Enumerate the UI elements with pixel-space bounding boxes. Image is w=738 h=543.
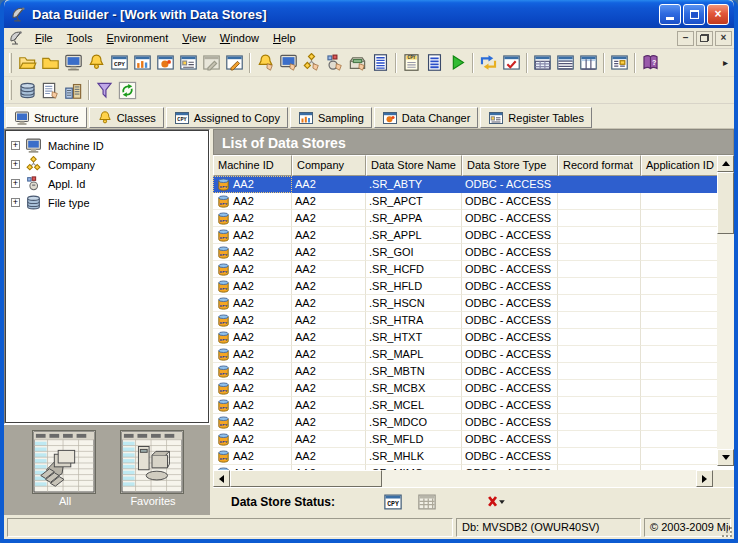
tab-register-tables[interactable]: Register Tables (480, 107, 592, 128)
mdi-restore-button[interactable] (696, 31, 713, 46)
tree-item-file-type[interactable]: +File type (9, 193, 207, 212)
menu-window[interactable]: Window (213, 29, 266, 47)
db-icon[interactable] (16, 79, 39, 102)
column-header-machine-id[interactable]: Machine ID (213, 155, 292, 176)
column-header-company[interactable]: Company (292, 155, 366, 176)
table-row[interactable]: CPYAA2AA2.SR_APCTODBC - ACCESS (213, 193, 717, 210)
tree-expander-icon[interactable]: + (11, 179, 20, 188)
table-row[interactable]: CPYAA2AA2.SR_GOIODBC - ACCESS (213, 244, 717, 261)
form-hand-icon[interactable] (39, 79, 62, 102)
tree-item-appl-id[interactable]: +Appl. Id (9, 174, 207, 193)
shortcut-favorites[interactable]: Favorites (120, 430, 186, 515)
menu-file[interactable]: File (28, 29, 60, 47)
win-chart-icon[interactable] (131, 51, 154, 74)
bell-icon[interactable] (85, 51, 108, 74)
column-header-data-store-type[interactable]: Data Store Type (462, 155, 558, 176)
table-row[interactable]: CPYAA2AA2.SR_HTRAODBC - ACCESS (213, 312, 717, 329)
table-row[interactable]: CPYAA2AA2.SR_ABTYODBC - ACCESS (213, 176, 717, 193)
titlebar[interactable]: Data Builder - [Work with Data Stores] × (4, 0, 734, 28)
table-rows-icon[interactable] (554, 51, 577, 74)
win-cpy-icon[interactable]: CPY (383, 492, 403, 512)
tray-hand-icon[interactable] (346, 51, 369, 74)
doc-cpy-icon[interactable]: CPY (400, 51, 423, 74)
open-folder-icon[interactable] (16, 51, 39, 74)
toolbar-overflow-icon[interactable]: ▸ (723, 57, 728, 68)
horizontal-scroll-thumb[interactable] (230, 470, 382, 487)
table-cols-icon[interactable] (577, 51, 600, 74)
tree-expander-icon[interactable]: + (11, 198, 20, 207)
close-button[interactable]: × (707, 4, 729, 25)
win-puzzle-icon[interactable] (154, 51, 177, 74)
filter-icon[interactable] (93, 79, 116, 102)
menu-view[interactable]: View (175, 29, 213, 47)
tree-item-company[interactable]: +Company (9, 155, 207, 174)
restore-button[interactable] (683, 4, 705, 25)
bell-hand-icon[interactable] (254, 51, 277, 74)
shortcut-all[interactable]: All (32, 430, 98, 515)
menu-tools[interactable]: Tools (60, 29, 100, 47)
mdi-system-icon[interactable] (8, 30, 24, 46)
red-x-drop-icon[interactable] (483, 492, 509, 512)
play-icon[interactable] (446, 51, 469, 74)
refresh-green-icon[interactable] (116, 79, 139, 102)
table-row[interactable]: CPYAA2AA2.SR_HFLDODBC - ACCESS (213, 278, 717, 295)
tab-assigned-to-copy[interactable]: CPYAssigned to Copy (166, 107, 288, 128)
win-a-icon[interactable] (177, 51, 200, 74)
tab-sampling[interactable]: Sampling (290, 107, 372, 128)
appl-hand-icon[interactable] (323, 51, 346, 74)
table-row[interactable]: CPYAA2AA2.SR_MCELODBC - ACCESS (213, 397, 717, 414)
minimize-button[interactable] (659, 4, 681, 25)
folder-icon[interactable] (39, 51, 62, 74)
toolbar-grip[interactable] (9, 80, 12, 100)
tab-data-changer[interactable]: Data Changer (374, 107, 479, 128)
org-hand-icon[interactable] (300, 51, 323, 74)
tree-item-machine-id[interactable]: +Machine ID (9, 136, 207, 155)
tree-expander-icon[interactable]: + (11, 160, 20, 169)
mdi-close-button[interactable]: × (715, 31, 732, 46)
scroll-left-button[interactable] (213, 470, 230, 487)
resize-grip[interactable] (720, 525, 733, 538)
cpy-cylinder-icon: CPY (216, 296, 231, 311)
list-blue-icon[interactable] (369, 51, 392, 74)
win-pencil-disabled-icon[interactable] (200, 51, 223, 74)
menu-environment[interactable]: Environment (99, 29, 175, 47)
scroll-right-button[interactable] (696, 470, 713, 487)
table-row[interactable]: CPYAA2AA2.SR_APPAODBC - ACCESS (213, 210, 717, 227)
column-header-record-format[interactable]: Record format (558, 155, 641, 176)
table-row[interactable]: CPYAA2AA2.SR_HSCNODBC - ACCESS (213, 295, 717, 312)
table-row[interactable]: CPYAA2AA2.SR_MHLKODBC - ACCESS (213, 448, 717, 465)
refresh-icon[interactable] (477, 51, 500, 74)
column-header-data-store-name[interactable]: Data Store Name (366, 155, 462, 176)
scroll-down-button[interactable] (717, 449, 734, 466)
doc-blue-icon[interactable] (423, 51, 446, 74)
props-icon[interactable] (608, 51, 631, 74)
win-check-icon[interactable] (500, 51, 523, 74)
monitor-icon[interactable] (62, 51, 85, 74)
toolbar-grip[interactable] (9, 53, 12, 73)
win-cpy-icon[interactable]: CPY (108, 51, 131, 74)
scroll-up-button[interactable] (717, 155, 734, 172)
menu-help[interactable]: Help (266, 29, 303, 47)
win-pencil-icon[interactable] (223, 51, 246, 74)
column-header-application-id[interactable]: Application ID (641, 155, 717, 176)
table-row[interactable]: CPYAA2AA2.SR_HTXTODBC - ACCESS (213, 329, 717, 346)
vertical-scrollbar[interactable] (717, 155, 734, 466)
monitor-hand-icon[interactable] (277, 51, 300, 74)
tab-structure[interactable]: Structure (6, 107, 87, 128)
horizontal-scrollbar[interactable] (213, 470, 713, 487)
table-row[interactable]: CPYAA2AA2.SR_MAPLODBC - ACCESS (213, 346, 717, 363)
vertical-scroll-thumb[interactable] (717, 172, 734, 234)
buildings-icon[interactable] (62, 79, 85, 102)
table-row[interactable]: CPYAA2AA2.SR_MFLDODBC - ACCESS (213, 431, 717, 448)
table-split-icon[interactable] (531, 51, 554, 74)
table-row[interactable]: CPYAA2AA2.SR_MBTNODBC - ACCESS (213, 363, 717, 380)
tree-expander-icon[interactable]: + (11, 141, 20, 150)
cell-text: ODBC - ACCESS (465, 448, 551, 464)
help-book-icon[interactable]: ? (639, 51, 662, 74)
mdi-minimize-button[interactable]: – (677, 31, 694, 46)
table-row[interactable]: CPYAA2AA2.SR_APPLODBC - ACCESS (213, 227, 717, 244)
table-row[interactable]: CPYAA2AA2.SR_MDCOODBC - ACCESS (213, 414, 717, 431)
table-row[interactable]: CPYAA2AA2.SR_MCBXODBC - ACCESS (213, 380, 717, 397)
table-row[interactable]: CPYAA2AA2.SR_HCFDODBC - ACCESS (213, 261, 717, 278)
tab-classes[interactable]: Classes (89, 107, 164, 128)
